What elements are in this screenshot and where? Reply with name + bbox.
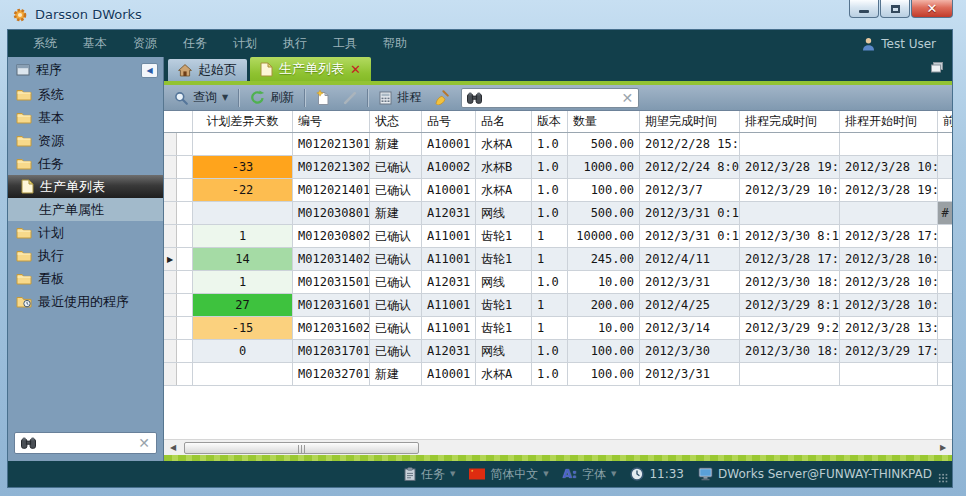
scrollbar-thumb[interactable]	[184, 442, 419, 454]
row-selector[interactable]	[164, 294, 177, 316]
menu-item-tasks[interactable]: 任务	[170, 30, 220, 57]
titlebar[interactable]: Darsson DWorks	[0, 0, 966, 29]
table-row[interactable]: 27M012031601已确认A11001齿轮11200.002012/4/25…	[164, 294, 952, 317]
clear-button[interactable]	[429, 88, 454, 107]
refresh-button[interactable]: 刷新	[245, 87, 299, 108]
sidebar-item-kanban[interactable]: 看板	[8, 267, 163, 290]
row-selector[interactable]	[164, 156, 177, 178]
sidebar-item-execution[interactable]: 执行	[8, 244, 163, 267]
cell-status: 新建	[370, 202, 422, 224]
table-row[interactable]: 0M012031701已确认A12031网线1.0100.002012/3/30…	[164, 340, 952, 363]
row-selector[interactable]	[164, 225, 177, 247]
status-language[interactable]: 简体中文▼	[469, 466, 548, 483]
scroll-right-icon[interactable]: ▶	[936, 443, 950, 452]
current-user[interactable]: Test User	[862, 37, 936, 51]
row-selector[interactable]	[164, 133, 177, 155]
edit-button[interactable]	[338, 89, 362, 107]
close-tab-icon[interactable]: ✕	[350, 63, 361, 76]
sidebar-item-production-order-list[interactable]: 生产单列表	[8, 175, 163, 198]
table-row[interactable]: 1M012031501已确认A12031网线1.010.002012/3/312…	[164, 271, 952, 294]
collapse-sidebar-button[interactable]: ◀	[141, 63, 158, 78]
sidebar-item-production-order-properties[interactable]: 生产单属性	[8, 198, 163, 221]
table-row[interactable]: M012032701新建A10001水杯A1.0100.002012/3/31	[164, 363, 952, 386]
row-selector[interactable]: ▶	[164, 248, 177, 270]
sidebar-item-tasks[interactable]: 任务	[8, 152, 163, 175]
sidebar-item-plan[interactable]: 计划	[8, 221, 163, 244]
row-selector[interactable]	[164, 202, 177, 224]
table-row[interactable]: M012030801新建A12031网线1.0500.002012/3/31 0…	[164, 202, 952, 225]
cell-part-no: A10002	[422, 156, 476, 178]
maximize-button[interactable]	[880, 0, 910, 18]
column-header-order-no[interactable]: 编号	[293, 111, 370, 132]
column-header-expected-finish[interactable]: 期望完成时间	[640, 111, 740, 132]
tab-start-page[interactable]: 起始页	[168, 59, 247, 81]
menu-item-resources[interactable]: 资源	[120, 30, 170, 57]
broom-icon	[434, 90, 449, 105]
schedule-button[interactable]: 排程	[374, 87, 426, 108]
cell-version: 1	[532, 248, 568, 270]
column-header-part-no[interactable]: 品号	[422, 111, 476, 132]
row-selector[interactable]	[164, 317, 177, 339]
status-server: DWorks Server@FUNWAY-THINKPAD	[698, 467, 932, 481]
column-header-planned-diff-days[interactable]: 计划差异天数	[193, 111, 293, 132]
close-button[interactable]: ✕	[911, 0, 953, 18]
sidebar-item-resources[interactable]: 资源	[8, 129, 163, 152]
row-selector[interactable]	[164, 363, 177, 385]
query-button[interactable]: 查询▼	[169, 87, 233, 108]
cell-sched-start	[840, 202, 938, 224]
cell-version: 1.0	[532, 271, 568, 293]
cell-order-no: M012021301	[293, 133, 370, 155]
cell-order-no: M012031601	[293, 294, 370, 316]
table-row[interactable]: ▶14M012031402已确认A11001齿轮11245.002012/4/1…	[164, 248, 952, 271]
scroll-left-icon[interactable]: ◀	[166, 443, 180, 452]
menu-item-system[interactable]: 系统	[20, 30, 70, 57]
row-selector[interactable]	[164, 271, 177, 293]
clear-search-icon[interactable]: ✕	[621, 91, 633, 105]
cell-part-name: 水杯B	[476, 156, 532, 178]
status-tasks[interactable]: 任务▼	[404, 466, 455, 483]
column-header-status[interactable]: 状态	[370, 111, 422, 132]
menu-item-basic[interactable]: 基本	[70, 30, 120, 57]
sidebar-item-recent-programs[interactable]: 最近使用的程序	[8, 290, 163, 313]
table-row[interactable]: 1M012030802已确认A11001齿轮1110000.002012/3/3…	[164, 225, 952, 248]
menu-item-tools[interactable]: 工具	[320, 30, 370, 57]
menu-item-plan[interactable]: 计划	[220, 30, 270, 57]
new-button[interactable]	[311, 88, 335, 107]
sidebar-item-system[interactable]: 系统	[8, 83, 163, 106]
table-row[interactable]: -15M012031602已确认A11001齿轮1110.002012/3/14…	[164, 317, 952, 340]
row-selector[interactable]	[164, 340, 177, 362]
column-header-version[interactable]: 版本	[532, 111, 568, 132]
cell-quantity: 100.00	[568, 363, 640, 385]
cell-planned-diff-days: 14	[193, 248, 293, 270]
table-row[interactable]: -22M012021401已确认A10001水杯A1.0100.002012/3…	[164, 179, 952, 202]
column-header-sched-finish[interactable]: 排程完成时间	[740, 111, 840, 132]
minimize-button[interactable]	[849, 0, 879, 18]
table-row[interactable]: M012021301新建A10001水杯A1.0500.002012/2/28 …	[164, 133, 952, 156]
menu-item-help[interactable]: 帮助	[370, 30, 420, 57]
cell-version: 1.0	[532, 363, 568, 385]
sidebar-item-basic[interactable]: 基本	[8, 106, 163, 129]
dropdown-caret-icon[interactable]: ▼	[450, 470, 455, 478]
row-selector[interactable]	[164, 179, 177, 201]
cell-extra	[938, 156, 952, 178]
cell-status: 已确认	[370, 294, 422, 316]
sidebar-search-input[interactable]	[41, 436, 133, 450]
cell-planned-diff-days: 0	[193, 340, 293, 362]
clear-search-icon[interactable]: ✕	[138, 436, 150, 450]
dropdown-caret-icon[interactable]: ▼	[611, 470, 616, 478]
horizontal-scrollbar[interactable]: ◀ ▶	[164, 439, 952, 455]
dropdown-caret-icon[interactable]: ▼	[543, 470, 548, 478]
folder-icon	[16, 226, 32, 239]
tab-list-icon[interactable]	[930, 62, 944, 73]
table-row[interactable]: -33M012021302已确认A10002水杯B1.01000.002012/…	[164, 156, 952, 179]
column-header-sched-start[interactable]: 排程开始时间	[840, 111, 938, 132]
column-header-extra[interactable]: 前	[938, 111, 952, 132]
menu-item-execution[interactable]: 执行	[270, 30, 320, 57]
cell-order-no: M012030801	[293, 202, 370, 224]
column-header-quantity[interactable]: 数量	[568, 111, 640, 132]
column-header-part-name[interactable]: 品名	[476, 111, 532, 132]
toolbar-search-input[interactable]	[487, 91, 616, 105]
resize-grip[interactable]	[938, 473, 948, 483]
status-font[interactable]: A:字体▼	[563, 466, 617, 483]
tab-production-order-list[interactable]: 生产单列表✕	[250, 57, 371, 81]
